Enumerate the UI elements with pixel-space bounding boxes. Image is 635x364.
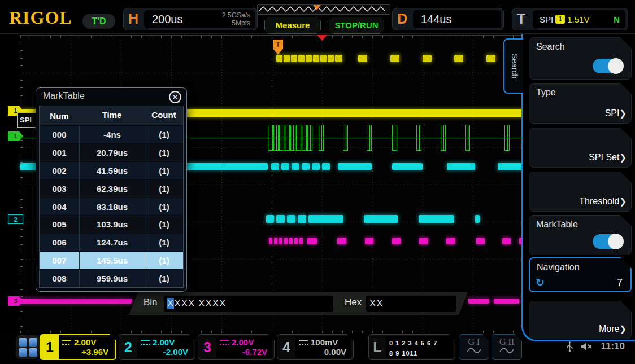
ch1-burst-row: [454, 55, 463, 62]
ch2-main: [292, 163, 299, 170]
ch2-main: [392, 163, 423, 170]
marktable-row[interactable]: 005 103.9us (1): [40, 215, 183, 233]
mark-time: 83.18us: [79, 198, 145, 216]
ch1-burst-row: [313, 55, 319, 62]
channel-offset: 0.00V: [299, 347, 346, 357]
marktable-row[interactable]: 008 959.9us (1): [40, 269, 183, 287]
channel-scale: 2.00V: [74, 337, 96, 347]
menu-item-type[interactable]: Type SPI❯: [529, 83, 632, 124]
waveform-overview-strip[interactable]: [257, 4, 390, 15]
ch3-burst-row: [337, 238, 346, 244]
mark-count: (1): [145, 144, 183, 161]
mark-time: 41.59us: [79, 162, 145, 179]
measure-button[interactable]: Measure: [264, 17, 321, 34]
ch2-burst-row: [364, 215, 398, 223]
ch3-burst-row: [446, 238, 455, 244]
menu-label: SPI Set: [589, 152, 619, 162]
delay-group[interactable]: D 144us: [392, 8, 504, 30]
channel-number: 1: [41, 335, 59, 359]
marktable-toggle[interactable]: [593, 234, 623, 249]
bus-decode-bar: Bin XXXX XXXX Hex XX: [129, 292, 468, 315]
mark-num: 000: [40, 130, 79, 139]
generator2-button[interactable]: G II: [492, 334, 522, 360]
ch3-burst-row: [279, 238, 282, 244]
channel-scale: 2.00V: [232, 337, 254, 347]
bus1-decode-pulse: [296, 125, 301, 151]
marktable-row[interactable]: 007 145.5us (1): [40, 251, 183, 269]
mark-time: -4ns: [79, 126, 145, 143]
marktable-row[interactable]: 003 62.39us (1): [40, 179, 183, 198]
close-icon[interactable]: ✕: [169, 91, 181, 103]
menu-item-more[interactable]: More❯: [529, 301, 632, 339]
mark-num: 005: [40, 220, 79, 229]
mark-count: (1): [145, 198, 183, 216]
chevron-right-icon: ❯: [619, 152, 627, 162]
ch1-burst-row: [306, 55, 312, 62]
horizontal-timebase-group[interactable]: H 200us 2.5GSa/s 5Mpts: [123, 8, 258, 30]
column-header-time: Time: [79, 106, 145, 125]
channel2-position-tag[interactable]: 2: [8, 214, 23, 224]
ch1-burst-row: [284, 55, 290, 62]
search-menu-panel: Search Search Type SPI❯ SPI Set❯ Thresho…: [521, 34, 635, 341]
channel-number: 3: [198, 335, 216, 359]
marktable-row[interactable]: 004 83.18us (1): [40, 198, 183, 216]
mark-count: (1): [145, 234, 183, 251]
bin-value-field[interactable]: XXXX XXXX: [164, 296, 333, 312]
channel-number: 4: [277, 335, 295, 359]
ch3-burst-row: [269, 238, 272, 244]
hex-value-field[interactable]: XX: [366, 296, 456, 312]
marktable-row[interactable]: 006 124.7us (1): [40, 233, 183, 251]
menu-label: Search: [536, 42, 565, 52]
channel-4-button[interactable]: 4 100mV 0.00V: [277, 334, 354, 360]
marktable-row[interactable]: 001 20.79us (1): [40, 143, 183, 161]
mark-count: (1): [145, 180, 183, 198]
trigger-position-marker[interactable]: [317, 35, 327, 41]
type-value: SPI: [605, 108, 620, 118]
bus1-decode-pulse: [302, 125, 307, 151]
menu-item-threshold[interactable]: Threshold❯: [529, 172, 632, 212]
channel-scale: 2.00V: [153, 337, 175, 347]
trigger-group[interactable]: T SPI 1 1.51V N: [512, 8, 628, 30]
ch3-burst-row: [419, 238, 428, 244]
overview-position-marker: [313, 5, 321, 10]
marktable-row[interactable]: 000 -4ns (1): [40, 125, 183, 143]
menu-item-spi-set[interactable]: SPI Set❯: [529, 128, 632, 168]
search-toggle[interactable]: [593, 59, 623, 73]
channel-3-button[interactable]: 3 2.00V -6.72V: [198, 334, 275, 360]
channel-1-button[interactable]: 1 2.00V +3.96V: [40, 334, 116, 360]
ch2-main: [302, 163, 310, 170]
bus1-decode-pulse: [279, 125, 284, 151]
menu-item-search[interactable]: Search: [529, 37, 632, 80]
channel-2-button[interactable]: 2 2.00V -2.00V: [119, 334, 195, 360]
ch3-burst-row: [289, 238, 293, 244]
menu-item-marktable[interactable]: MarkTable: [529, 215, 632, 255]
bus1-decode-pulse: [273, 125, 279, 151]
bus1-decode-pulse: [319, 125, 324, 151]
menu-item-navigation[interactable]: Navigation ↻ 7: [529, 257, 632, 292]
marktable-row[interactable]: 002 41.59us (1): [40, 161, 183, 179]
bin-label: Bin: [143, 297, 158, 308]
menu-label: Navigation: [537, 262, 580, 273]
sine-wave-icon: [499, 348, 514, 354]
ch1-burst-row: [298, 55, 305, 62]
ch3-burst-row: [274, 238, 277, 244]
trigger-slope: N: [614, 15, 620, 24]
trigger-source-badge: 1: [555, 15, 565, 24]
generator1-button[interactable]: G I: [459, 334, 489, 360]
channel-scale: 100mV: [311, 337, 338, 347]
bus1-decode-pulse: [307, 125, 312, 151]
logic-analyzer-button[interactable]: L 0 1 2 3 4 5 6 7 8 9 1011 12131415: [368, 334, 455, 360]
ch2-main: [281, 163, 289, 170]
ch2-burst-row: [287, 215, 295, 223]
bus1-decode-pulse: [285, 125, 290, 151]
stop-run-button[interactable]: STOP/RUN: [329, 17, 384, 34]
hex-label: Hex: [345, 297, 362, 308]
ch3-main: [494, 299, 519, 304]
mark-num: 004: [40, 202, 79, 212]
logic-digits-row1: 0 1 2 3 4 5 6 7: [389, 338, 449, 348]
mark-time: 20.79us: [79, 144, 145, 161]
menu-grid-icon[interactable]: [16, 335, 40, 359]
dc-coupling-icon: [299, 340, 308, 345]
search-menu-tab[interactable]: Search: [503, 38, 523, 94]
mark-num: 002: [40, 166, 79, 176]
